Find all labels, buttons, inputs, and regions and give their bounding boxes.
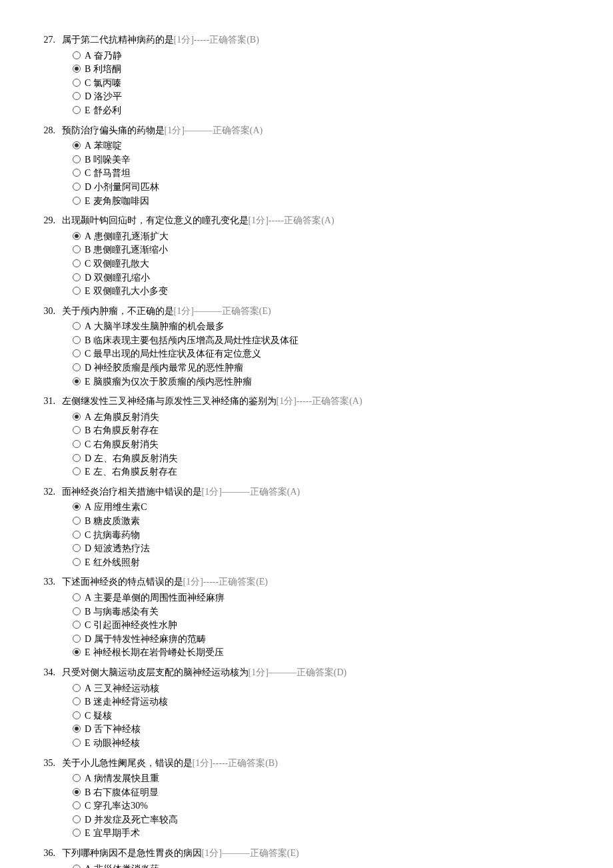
option[interactable]: E麦角胺咖啡因 xyxy=(73,195,576,208)
option[interactable]: B临床表现主要包括颅内压增高及局灶性症状及体征 xyxy=(73,334,576,347)
radio-icon[interactable] xyxy=(73,815,81,823)
question: 27. 属于第二代抗精神病药的是[1分]-----正确答案(B)A奋乃静B利培酮… xyxy=(37,33,576,117)
question-stem-line: 下列哪种病因不是急性胃炎的病因[1分]———正确答案(E) xyxy=(62,847,299,860)
option[interactable]: A非甾体类消炎药 xyxy=(73,863,576,868)
radio-icon[interactable] xyxy=(73,865,81,868)
option[interactable]: C引起面神经炎性水肿 xyxy=(73,619,576,632)
option[interactable]: E宜早期手术 xyxy=(73,827,576,840)
radio-icon[interactable] xyxy=(73,648,81,656)
radio-icon[interactable] xyxy=(73,141,81,149)
option[interactable]: A患侧瞳孔逐渐扩大 xyxy=(73,230,576,243)
option[interactable]: B患侧瞳孔逐渐缩小 xyxy=(73,243,576,257)
option-text: 最早出现的局灶性症状及体征有定位意义 xyxy=(93,347,261,361)
radio-icon[interactable] xyxy=(73,531,81,539)
radio-icon[interactable] xyxy=(73,788,81,796)
radio-icon[interactable] xyxy=(73,635,81,643)
option[interactable]: D小剂量阿司匹林 xyxy=(73,181,576,194)
option[interactable]: B右下腹体征明显 xyxy=(73,786,576,799)
radio-icon[interactable] xyxy=(73,801,81,809)
option[interactable]: C氯丙嗪 xyxy=(73,77,576,90)
radio-icon[interactable] xyxy=(73,92,81,100)
option[interactable]: D双侧瞳孔缩小 xyxy=(73,271,576,285)
options-list: A主要是单侧的周围性面神经麻痹B与病毒感染有关C引起面神经炎性水肿D属于特发性神… xyxy=(73,591,576,659)
radio-icon[interactable] xyxy=(73,183,81,191)
radio-icon[interactable] xyxy=(73,725,81,733)
radio-icon[interactable] xyxy=(73,774,81,782)
radio-icon[interactable] xyxy=(73,377,81,385)
radio-icon[interactable] xyxy=(73,697,81,705)
radio-icon[interactable] xyxy=(73,197,81,205)
option[interactable]: A病情发展快且重 xyxy=(73,772,576,785)
radio-icon[interactable] xyxy=(73,739,81,747)
option[interactable]: D属于特发性神经麻痹的范畴 xyxy=(73,633,576,646)
radio-icon[interactable] xyxy=(73,413,81,421)
radio-icon[interactable] xyxy=(73,287,81,295)
radio-icon[interactable] xyxy=(73,273,81,281)
radio-icon[interactable] xyxy=(73,336,81,344)
option[interactable]: A主要是单侧的周围性面神经麻痹 xyxy=(73,591,576,605)
question-number: 29. xyxy=(37,214,55,227)
option[interactable]: E脑膜瘤为仅次于胶质瘤的颅内恶性肿瘤 xyxy=(73,375,576,389)
radio-icon[interactable] xyxy=(73,155,81,163)
option[interactable]: B吲哚美辛 xyxy=(73,153,576,167)
option-label: A xyxy=(85,501,91,514)
radio-icon[interactable] xyxy=(73,684,81,692)
radio-icon[interactable] xyxy=(73,363,81,371)
option[interactable]: A大脑半球发生脑肿瘤的机会最多 xyxy=(73,320,576,333)
radio-icon[interactable] xyxy=(73,467,81,475)
radio-icon[interactable] xyxy=(73,349,81,357)
option-label: D xyxy=(85,633,91,646)
radio-icon[interactable] xyxy=(73,711,81,719)
option[interactable]: D神经胶质瘤是颅内最常见的恶性肿瘤 xyxy=(73,361,576,375)
radio-icon[interactable] xyxy=(73,322,81,330)
radio-icon[interactable] xyxy=(73,65,81,73)
radio-icon[interactable] xyxy=(73,245,81,253)
option[interactable]: A奋乃静 xyxy=(73,49,576,63)
option[interactable]: C舒马普坦 xyxy=(73,167,576,180)
option[interactable]: B与病毒感染有关 xyxy=(73,605,576,619)
radio-icon[interactable] xyxy=(73,829,81,837)
radio-icon[interactable] xyxy=(73,593,81,601)
option[interactable]: A应用维生素C xyxy=(73,501,576,514)
question-stem-line: 关于颅内肿瘤，不正确的是[1分]———正确答案(E) xyxy=(62,305,271,318)
option[interactable]: B糖皮质激素 xyxy=(73,515,576,528)
option[interactable]: E红外线照射 xyxy=(73,556,576,569)
option[interactable]: C右角膜反射消失 xyxy=(73,438,576,451)
option[interactable]: E舒必利 xyxy=(73,104,576,117)
option[interactable]: E神经根长期在岩骨嵴处长期受压 xyxy=(73,646,576,659)
option[interactable]: D左、右角膜反射消失 xyxy=(73,452,576,465)
radio-icon[interactable] xyxy=(73,621,81,629)
option[interactable]: B利培酮 xyxy=(73,63,576,76)
option[interactable]: B迷走神经背运动核 xyxy=(73,695,576,709)
option[interactable]: C疑核 xyxy=(73,709,576,723)
radio-icon[interactable] xyxy=(73,607,81,615)
radio-icon[interactable] xyxy=(73,259,81,267)
radio-icon[interactable] xyxy=(73,79,81,87)
option[interactable]: D短波透热疗法 xyxy=(73,542,576,555)
radio-icon[interactable] xyxy=(73,426,81,434)
radio-icon[interactable] xyxy=(73,558,81,566)
radio-icon[interactable] xyxy=(73,51,81,59)
radio-icon[interactable] xyxy=(73,232,81,240)
radio-icon[interactable] xyxy=(73,440,81,448)
option[interactable]: C双侧瞳孔散大 xyxy=(73,257,576,271)
radio-icon[interactable] xyxy=(73,503,81,511)
radio-icon[interactable] xyxy=(73,517,81,525)
option[interactable]: C抗病毒药物 xyxy=(73,529,576,542)
option[interactable]: D舌下神经核 xyxy=(73,723,576,736)
radio-icon[interactable] xyxy=(73,454,81,462)
option[interactable]: E双侧瞳孔大小多变 xyxy=(73,285,576,298)
option[interactable]: C穿孔率达30% xyxy=(73,799,576,813)
option[interactable]: C最早出现的局灶性症状及体征有定位意义 xyxy=(73,347,576,361)
option[interactable]: A三叉神经运动核 xyxy=(73,682,576,695)
radio-icon[interactable] xyxy=(73,544,81,552)
option[interactable]: E左、右角膜反射存在 xyxy=(73,465,576,479)
option[interactable]: E动眼神经核 xyxy=(73,737,576,750)
option[interactable]: A苯噻啶 xyxy=(73,139,576,153)
radio-icon[interactable] xyxy=(73,106,81,114)
option[interactable]: A左角膜反射消失 xyxy=(73,411,576,424)
option[interactable]: D并发症及死亡率较高 xyxy=(73,813,576,827)
radio-icon[interactable] xyxy=(73,169,81,177)
option[interactable]: B右角膜反射存在 xyxy=(73,424,576,437)
option[interactable]: D洛沙平 xyxy=(73,90,576,103)
